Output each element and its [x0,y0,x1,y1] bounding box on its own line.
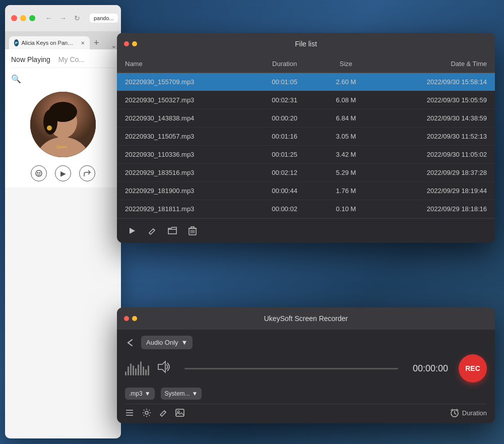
rename-file-button[interactable] [145,224,159,238]
svg-marker-14 [158,361,165,372]
traffic-lights [11,15,35,21]
file-datetime-cell: 2022/09/30 15:58:14 [374,73,495,91]
annotate-button[interactable] [159,408,167,417]
delete-icon [188,226,197,235]
rec-button[interactable]: REC [459,354,487,383]
browser-content: Now Playing My Co... 🔍 [5,49,121,187]
folder-icon [168,227,177,235]
alarm-icon [450,408,459,417]
play-button[interactable]: ▶ [55,165,71,181]
wave-bar-2 [128,366,129,375]
file-datetime-cell: 2022/09/29 18:19:44 [374,182,495,200]
image-icon [175,409,184,417]
my-collection-nav[interactable]: My Co... [58,55,85,64]
wave-bar-7 [140,361,142,375]
back-nav-button[interactable]: ← [43,13,54,24]
file-name-cell: 20220930_143838.mp4 [117,109,251,128]
file-list-toolbar [117,218,495,243]
refresh-button[interactable]: ↻ [72,13,83,24]
wave-bar-8 [143,366,144,375]
back-arrow-icon [125,339,135,347]
tabs-overview-button[interactable]: ⌄ [111,41,117,49]
file-list-window: File list Name Duration Size Date & Time… [117,33,495,243]
file-list-row[interactable]: 20220929_183516.mp3 00:02:12 5.29 M 2022… [117,164,495,182]
pencil-icon [159,409,167,417]
file-size-cell: 3.05 M [318,128,374,146]
player-controls: ▶ [11,165,115,181]
file-name-cell: 20220929_181811.mp3 [117,200,251,218]
volume-speaker-icon [157,360,172,374]
col-size: Size [318,55,374,73]
settings-button[interactable] [142,408,151,417]
address-text: pando... [94,15,114,21]
list-view-button[interactable] [125,408,134,417]
progress-track[interactable] [184,368,398,369]
forward-nav-button[interactable]: → [57,13,69,24]
svg-point-6 [43,109,57,135]
file-datetime-cell: 2022/09/30 14:38:59 [374,109,495,128]
svg-point-11 [39,172,41,174]
browser-tab-active[interactable]: P Alicia Keys on Pandora | Radio... ✕ [9,36,90,49]
file-list-row[interactable]: 20220929_181900.mp3 00:00:44 1.76 M 2022… [117,182,495,200]
file-list-traffic-lights [124,41,137,46]
now-playing-nav[interactable]: Now Playing [11,55,50,64]
share-icon [84,170,91,177]
play-icon: ▶ [60,169,66,177]
like-icon [35,170,42,177]
play-file-button[interactable] [125,224,139,238]
audio-mode-dropdown[interactable]: Audio Only ▼ [141,336,193,349]
share-button[interactable] [79,165,95,181]
open-folder-button[interactable] [165,224,179,238]
file-size-cell: 0.10 M [318,200,374,218]
col-name: Name [117,55,251,73]
wave-bar-3 [130,363,132,375]
file-datetime-cell: 2022/09/30 11:52:13 [374,128,495,146]
svg-point-7 [47,125,52,131]
recorder-close-btn[interactable] [124,316,129,321]
file-size-cell: 2.60 M [318,73,374,91]
file-duration-cell: 00:01:25 [251,146,317,164]
file-list-row[interactable]: 20220930_110336.mp3 00:01:25 3.42 M 2022… [117,146,495,164]
screenshot-button[interactable] [175,408,184,417]
file-size-cell: 5.29 M [318,164,374,182]
file-name-cell: 20220930_110336.mp3 [117,146,251,164]
wave-bar-10 [148,365,149,375]
gear-icon [142,408,151,417]
source-label: System... [165,390,190,397]
format-dropdown[interactable]: .mp3 ▼ [125,388,155,400]
new-tab-button[interactable]: + [90,38,103,48]
file-list-row[interactable]: 20220930_115057.mp3 00:01:16 3.05 M 2022… [117,128,495,146]
delete-file-button[interactable] [185,224,200,238]
file-name-cell: 20220930_155709.mp3 [117,73,251,91]
file-list-row[interactable]: 20220930_143838.mp4 00:00:20 6.84 M 2022… [117,109,495,128]
duration-button[interactable]: Duration [450,408,487,417]
close-button[interactable] [11,15,17,21]
file-list-row[interactable]: 20220930_150327.mp3 00:02:31 6.08 M 2022… [117,91,495,109]
duration-label: Duration [462,409,487,417]
maximize-button[interactable] [29,15,35,21]
like-button[interactable] [31,165,47,181]
recorder-mode-row: Audio Only ▼ [125,336,487,349]
source-dropdown[interactable]: System... ▼ [161,388,202,400]
file-name-cell: 20220930_115057.mp3 [117,128,251,146]
format-label: .mp3 [129,390,143,397]
file-list-row[interactable]: 20220930_155709.mp3 00:01:05 2.60 M 2022… [117,73,495,91]
file-size-cell: 6.84 M [318,109,374,128]
recorder-back-button[interactable] [125,339,135,347]
wave-bar-4 [133,365,134,375]
svg-point-10 [37,172,39,174]
file-size-cell: 6.08 M [318,91,374,109]
file-list-titlebar: File list [117,33,495,55]
search-bar[interactable]: 🔍 [11,74,115,84]
tab-close-icon[interactable]: ✕ [81,40,85,46]
minimize-button[interactable] [20,15,26,21]
file-list-close-button[interactable] [124,41,129,46]
browser-titlebar: ← → ↻ pando... ⌄ [5,5,121,31]
file-size-cell: 3.42 M [318,146,374,164]
address-bar[interactable]: pando... [90,14,118,23]
bottom-icon-group [125,408,184,417]
list-icon [125,409,134,417]
svg-marker-12 [130,228,135,234]
file-list-row[interactable]: 20220929_181811.mp3 00:00:02 0.10 M 2022… [117,200,495,218]
sound-wave-icon [125,361,149,375]
